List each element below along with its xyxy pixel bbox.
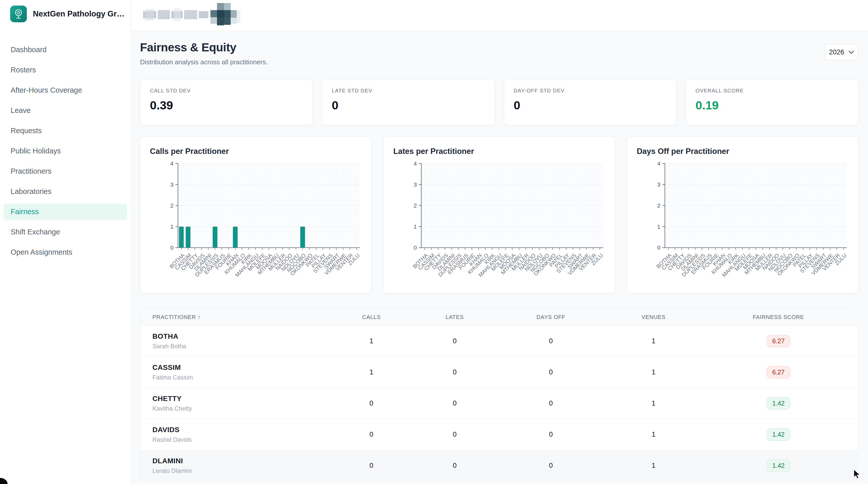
svg-text:0: 0 bbox=[414, 244, 417, 251]
svg-text:4: 4 bbox=[170, 160, 174, 167]
sidebar-item-label: Requests bbox=[11, 127, 42, 135]
column-header-calls: CALLS bbox=[327, 314, 416, 320]
stat-value: 0.19 bbox=[695, 98, 848, 112]
venues-value: 1 bbox=[608, 430, 699, 439]
practitioner-table: PRACTITIONER ↑CALLSLATESDAYS OFFVENUESFA… bbox=[140, 309, 858, 481]
fairness-score-badge: 1.42 bbox=[767, 459, 790, 472]
svg-text:3: 3 bbox=[170, 181, 174, 188]
year-select[interactable]: 2026 bbox=[825, 44, 858, 60]
practitioner-surname: CASSIM bbox=[152, 363, 327, 372]
sidebar-item-practitioners[interactable]: Practitioners bbox=[4, 163, 127, 179]
stat-card-call-std-dev: CALL STD DEV0.39 bbox=[140, 79, 313, 125]
year-select-value: 2026 bbox=[829, 49, 844, 56]
svg-text:3: 3 bbox=[657, 181, 660, 188]
main-content: Fairness & Equity Distribution analysis … bbox=[131, 0, 868, 481]
column-header-lates: LATES bbox=[416, 314, 494, 320]
app-logo-row: NextGen Pathology Gr… bbox=[0, 0, 131, 27]
sidebar-item-dashboard[interactable]: Dashboard bbox=[4, 41, 127, 58]
practitioner-surname: DLAMINI bbox=[152, 457, 327, 465]
practitioner-full-name: Kavitha Chetty bbox=[152, 405, 327, 412]
table-row-dlamini[interactable]: DLAMINILerato Dlamini00011.42 bbox=[140, 450, 858, 481]
svg-text:1: 1 bbox=[657, 223, 660, 230]
calls-value: 0 bbox=[327, 399, 416, 407]
stat-label: DAY-OFF STD DEV bbox=[514, 88, 667, 94]
stat-label: OVERALL SCORE bbox=[695, 88, 848, 94]
sidebar-item-label: Fairness bbox=[11, 207, 39, 216]
table-body: BOTHASarah Botha10016.27CASSIMFatima Cas… bbox=[140, 326, 858, 481]
chart-card-days-off-per-practitioner: Days Off per Practitioner01234BOTHACASSI… bbox=[627, 136, 858, 293]
chart-card-calls-per-practitioner: Calls per Practitioner01234BOTHACASSIMCH… bbox=[140, 136, 371, 293]
page-subtitle: Distribution analysis across all practit… bbox=[140, 58, 268, 66]
days-off-value: 0 bbox=[494, 430, 609, 439]
sidebar-item-shift-exchange[interactable]: Shift Exchange bbox=[4, 224, 127, 240]
page-title: Fairness & Equity bbox=[140, 40, 268, 54]
app-logo bbox=[10, 6, 27, 22]
charts-row: Calls per Practitioner01234BOTHACASSIMCH… bbox=[140, 136, 858, 293]
lates-value: 0 bbox=[416, 430, 494, 439]
svg-text:1: 1 bbox=[414, 223, 417, 230]
lates-value: 0 bbox=[416, 462, 494, 470]
calls-value: 1 bbox=[327, 337, 416, 345]
practitioner-surname: BOTHA bbox=[152, 332, 327, 341]
fairness-score-badge: 6.27 bbox=[767, 366, 790, 379]
sidebar-item-label: Rosters bbox=[11, 66, 36, 74]
sidebar-item-label: Dashboard bbox=[11, 45, 46, 54]
svg-text:2: 2 bbox=[414, 202, 417, 209]
table-row-chetty[interactable]: CHETTYKavitha Chetty00011.42 bbox=[140, 388, 858, 419]
sidebar-item-public-holidays[interactable]: Public Holidays bbox=[4, 143, 127, 159]
stats-row: CALL STD DEV0.39LATE STD DEV0DAY-OFF STD… bbox=[140, 79, 858, 125]
practitioner-surname: CHETTY bbox=[152, 395, 327, 403]
mouse-cursor bbox=[853, 469, 863, 480]
table-header-row: PRACTITIONER ↑CALLSLATESDAYS OFFVENUESFA… bbox=[140, 309, 858, 326]
stat-card-late-std-dev: LATE STD DEV0 bbox=[322, 79, 495, 125]
venues-value: 1 bbox=[608, 368, 699, 376]
svg-text:1: 1 bbox=[170, 223, 174, 230]
sidebar-item-label: Practitioners bbox=[11, 167, 52, 175]
sidebar-nav: DashboardRostersAfter-Hours CoverageLeav… bbox=[0, 27, 131, 260]
chevron-down-icon bbox=[848, 50, 854, 54]
sidebar: NextGen Pathology Gr… DashboardRostersAf… bbox=[0, 0, 131, 484]
sidebar-item-leave[interactable]: Leave bbox=[4, 102, 127, 119]
stat-card-day-off-std-dev: DAY-OFF STD DEV0 bbox=[504, 79, 677, 125]
user-avatar[interactable] bbox=[210, 3, 241, 27]
microscope-icon bbox=[13, 8, 24, 20]
table-row-cassim[interactable]: CASSIMFatima Cassim10016.27 bbox=[140, 357, 858, 388]
app-title: NextGen Pathology Gr… bbox=[33, 9, 125, 19]
days-off-value: 0 bbox=[494, 337, 609, 345]
practitioner-full-name: Rashid Davids bbox=[152, 436, 327, 443]
stat-value: 0 bbox=[514, 98, 667, 112]
stat-value: 0.39 bbox=[150, 98, 303, 112]
bar-chart-plot: 01234BOTHACASSIMCHETTYDAVIDSDLAMINIDUPLE… bbox=[637, 159, 848, 279]
svg-text:3: 3 bbox=[414, 181, 417, 188]
column-header-days-off: DAYS OFF bbox=[494, 314, 609, 320]
fairness-score-badge: 6.27 bbox=[767, 335, 790, 347]
column-header-practitioner[interactable]: PRACTITIONER ↑ bbox=[140, 314, 327, 320]
column-header-venues: VENUES bbox=[608, 314, 699, 320]
venues-value: 1 bbox=[608, 462, 699, 470]
sidebar-item-fairness[interactable]: Fairness bbox=[4, 203, 127, 220]
fairness-score-badge: 1.42 bbox=[767, 428, 790, 441]
table-row-davids[interactable]: DAVIDSRashid Davids00011.42 bbox=[140, 419, 858, 450]
chart-card-lates-per-practitioner: Lates per Practitioner01234BOTHACASSIMCH… bbox=[383, 136, 615, 293]
lates-value: 0 bbox=[416, 399, 494, 407]
sidebar-item-label: Leave bbox=[11, 106, 31, 115]
sidebar-item-label: After-Hours Coverage bbox=[11, 86, 82, 94]
svg-text:0: 0 bbox=[170, 244, 174, 251]
sidebar-item-after-hours-coverage[interactable]: After-Hours Coverage bbox=[4, 82, 127, 98]
sidebar-item-rosters[interactable]: Rosters bbox=[4, 62, 127, 78]
top-header bbox=[131, 0, 868, 31]
svg-text:2: 2 bbox=[657, 202, 660, 209]
table-row-botha[interactable]: BOTHASarah Botha10016.27 bbox=[140, 326, 858, 357]
calls-value: 0 bbox=[327, 430, 416, 439]
lates-value: 0 bbox=[416, 368, 494, 376]
sidebar-item-open-assignments[interactable]: Open Assignments bbox=[4, 244, 127, 260]
days-off-value: 0 bbox=[494, 462, 609, 470]
sidebar-item-laboratories[interactable]: Laboratories bbox=[4, 183, 127, 199]
lates-value: 0 bbox=[416, 337, 494, 345]
sidebar-item-requests[interactable]: Requests bbox=[4, 123, 127, 139]
chart-title: Lates per Practitioner bbox=[393, 147, 605, 156]
svg-text:0: 0 bbox=[657, 244, 660, 251]
stat-label: CALL STD DEV bbox=[150, 88, 303, 94]
svg-text:2: 2 bbox=[170, 202, 174, 209]
stat-value: 0 bbox=[332, 98, 485, 112]
